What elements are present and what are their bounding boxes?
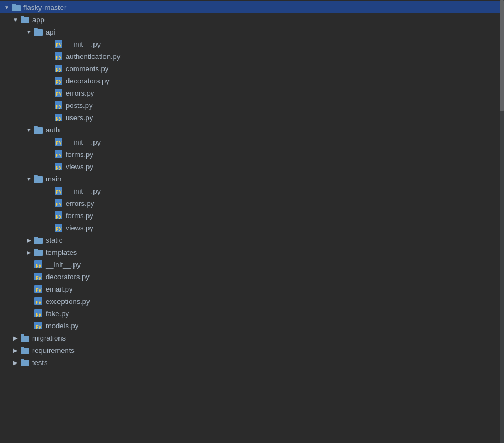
tree-item-main-init[interactable]: py __init__.py [0,185,500,197]
svg-rect-39 [34,237,38,238]
svg-text:py: py [56,91,62,96]
tree-item-auth-forms[interactable]: py forms.py [0,148,500,160]
tree-item-label: tests [32,358,47,367]
tree-item-posts[interactable]: py posts.py [0,99,500,111]
tree-item-label: models.py [46,322,78,330]
svg-text:py: py [36,262,42,268]
vertical-scrollbar[interactable] [500,0,504,443]
tree-item-main[interactable]: main [0,173,500,185]
python-file-icon: py [53,76,63,85]
tree-item-exceptions[interactable]: py exceptions.py [0,295,500,307]
tree-item-app-init[interactable]: py __init__.py [0,258,500,270]
python-file-icon: py [53,101,63,110]
tree-item-label: flasky-master [23,3,66,12]
svg-rect-55 [21,334,24,336]
python-file-icon: py [53,64,63,73]
svg-text:py: py [56,213,62,219]
tree-item-templates[interactable]: templates [0,246,500,258]
python-file-icon: py [33,260,43,269]
tree-item-main-errors[interactable]: py errors.py [0,197,500,209]
tree-item-migrations[interactable]: migrations [0,332,500,344]
svg-rect-41 [34,249,38,250]
svg-rect-57 [21,347,24,348]
tree-item-authentication[interactable]: py authentication.py [0,50,500,62]
svg-rect-58 [21,360,29,366]
tree-item-label: errors.py [66,199,94,208]
tree-item-main-views[interactable]: py views.py [0,222,500,234]
svg-rect-54 [21,336,29,342]
tree-item-api-decorators[interactable]: py decorators.py [0,75,500,87]
svg-rect-59 [21,359,24,361]
folder-icon [20,333,30,342]
tree-item-api-errors[interactable]: py errors.py [0,87,500,99]
tree-item-label: static [46,236,62,244]
python-file-icon: py [53,223,63,232]
folder-icon [20,358,30,367]
scrollbar-thumb[interactable] [500,0,504,111]
svg-rect-4 [34,29,43,36]
tree-item-label: __init__.py [66,187,101,195]
svg-text:py: py [36,274,42,280]
svg-rect-28 [34,176,43,183]
expand-arrow [24,124,33,136]
python-file-icon: py [33,321,43,330]
tree-item-label: __init__.py [66,138,101,146]
tree-item-label: templates [46,248,77,257]
tree-item-label: users.py [66,114,93,122]
tree-item-api-init[interactable]: py __init__.py [0,38,500,50]
python-file-icon: py [53,113,63,122]
svg-text:py: py [56,201,62,206]
svg-text:py: py [56,66,62,72]
tree-item-email[interactable]: py email.py [0,283,500,295]
python-file-icon: py [53,186,63,195]
svg-text:py: py [56,103,62,109]
expand-arrow [11,332,20,344]
tree-item-label: posts.py [66,101,92,110]
svg-rect-29 [34,175,38,177]
expand-arrow [24,173,33,185]
python-file-icon: py [53,137,63,146]
tree-item-app-decorators[interactable]: py decorators.py [0,270,500,283]
tree-item-users[interactable]: py users.py [0,111,500,124]
tree-item-app[interactable]: app [0,13,500,26]
tree-item-requirements[interactable]: requirements [0,344,500,356]
folder-icon [33,174,43,183]
tree-item-label: __init__.py [66,40,101,48]
tree-item-auth-views[interactable]: py views.py [0,160,500,173]
svg-rect-56 [21,348,29,354]
tree-item-label: comments.py [66,65,108,73]
tree-item-auth-init[interactable]: py __init__.py [0,136,500,148]
svg-text:py: py [56,78,62,84]
tree-item-models[interactable]: py models.py [0,319,500,332]
python-file-icon: py [33,309,43,318]
tree-item-comments[interactable]: py comments.py [0,62,500,75]
file-tree: flasky-master app [0,0,500,443]
expand-arrow [24,246,33,258]
tree-item-label: email.py [46,285,72,293]
tree-item-label: main [46,175,61,183]
python-file-icon: py [33,284,43,293]
svg-text:py: py [56,115,62,121]
python-file-icon: py [53,162,63,171]
tree-item-auth[interactable]: auth [0,124,500,136]
svg-rect-1 [12,4,16,6]
python-file-icon: py [33,272,43,281]
tree-item-fake[interactable]: py fake.py [0,307,500,319]
folder-icon [20,15,30,24]
tree-item-static[interactable]: static [0,234,500,246]
tree-item-main-forms[interactable]: py forms.py [0,209,500,222]
tree-item-label: migrations [32,334,66,342]
expand-arrow [24,26,33,38]
tree-item-root[interactable]: flasky-master [0,1,500,13]
tree-item-tests[interactable]: tests [0,356,500,368]
python-file-icon: py [53,150,63,159]
tree-item-label: __init__.py [46,260,81,269]
svg-rect-3 [21,16,24,18]
svg-text:py: py [56,152,62,157]
svg-text:py: py [56,189,62,194]
svg-rect-0 [12,5,21,11]
folder-icon [33,125,43,134]
tree-item-api[interactable]: api [0,26,500,38]
svg-text:py: py [56,140,62,145]
tree-item-label: fake.py [46,309,69,318]
